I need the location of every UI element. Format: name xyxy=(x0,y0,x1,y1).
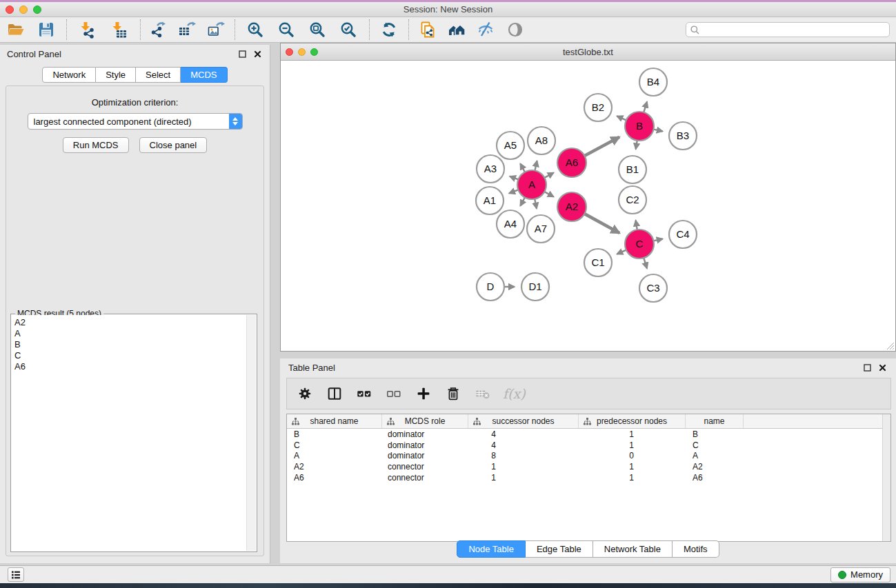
column-header-name[interactable]: name xyxy=(686,414,744,428)
gear-icon[interactable] xyxy=(295,384,315,403)
graph-edge[interactable] xyxy=(584,214,619,233)
graph-edge[interactable] xyxy=(520,197,525,205)
search-input[interactable] xyxy=(700,23,889,36)
table-row[interactable]: Adominator80A xyxy=(287,450,890,461)
close-panel-button[interactable]: Close panel xyxy=(139,137,208,153)
import-table-icon[interactable] xyxy=(108,19,129,40)
mcds-panel: Optimization criterion: largest connecte… xyxy=(6,85,264,556)
select-all-icon[interactable] xyxy=(355,384,374,403)
resize-grip-icon[interactable] xyxy=(885,341,895,350)
table-row[interactable]: A2connector11A2 xyxy=(287,461,890,472)
table-cell: 1 xyxy=(468,462,579,472)
search-field xyxy=(686,22,890,37)
graph-node-label: A6 xyxy=(566,156,578,168)
close-panel-icon[interactable] xyxy=(877,363,888,374)
open-folder-icon[interactable] xyxy=(6,19,26,40)
graph-edge[interactable] xyxy=(544,172,553,177)
graph-edge[interactable] xyxy=(535,199,537,209)
graph-edge[interactable] xyxy=(520,163,525,172)
result-item[interactable]: A xyxy=(14,328,246,339)
float-panel-icon[interactable] xyxy=(862,363,873,374)
graph-node-label: C xyxy=(636,238,644,250)
column-header-predecessor-nodes[interactable]: predecessor nodes xyxy=(579,414,686,428)
graph-edge[interactable] xyxy=(617,250,626,254)
import-network-icon[interactable] xyxy=(77,19,97,40)
table-row[interactable]: Bdominator41B xyxy=(287,429,890,440)
zoom-in-icon[interactable] xyxy=(245,19,266,40)
tab-style[interactable]: Style xyxy=(96,67,136,83)
columns-icon[interactable] xyxy=(325,384,344,403)
result-item[interactable]: C xyxy=(14,350,246,361)
main-toolbar xyxy=(0,17,896,43)
column-header-successor-nodes[interactable]: successor nodes xyxy=(468,414,579,428)
table-scrollbar[interactable] xyxy=(882,414,890,541)
table-cell: A xyxy=(287,451,382,460)
graph-edge[interactable] xyxy=(584,137,619,156)
add-icon[interactable] xyxy=(414,384,433,403)
hide-icon[interactable] xyxy=(475,19,496,40)
mcds-result-box: MCDS result (5 nodes) A2ABCA6 xyxy=(10,314,257,552)
column-header-MCDS-role[interactable]: MCDS role xyxy=(382,414,468,428)
graph-edge[interactable] xyxy=(617,116,626,120)
zoom-out-icon[interactable] xyxy=(276,19,297,40)
close-panel-icon[interactable] xyxy=(252,48,263,59)
eye-icon[interactable] xyxy=(505,19,526,40)
table-cell: 1 xyxy=(579,440,686,450)
memory-button[interactable]: Memory xyxy=(830,567,890,582)
tab-edge-table[interactable]: Edge Table xyxy=(526,540,593,558)
toolbar-separator xyxy=(235,19,235,40)
clear-selection-icon[interactable] xyxy=(384,384,404,403)
refresh-icon[interactable] xyxy=(379,19,399,40)
graph-edge[interactable] xyxy=(644,102,647,112)
tab-network[interactable]: Network xyxy=(42,67,96,83)
table-row[interactable]: Cdominator41C xyxy=(287,440,890,451)
graph-node-label: C2 xyxy=(626,194,639,205)
table-row[interactable]: A6connector11A6 xyxy=(287,472,890,483)
float-panel-icon[interactable] xyxy=(237,48,248,59)
result-item[interactable]: A6 xyxy=(14,361,246,372)
result-item[interactable]: A2 xyxy=(14,317,246,328)
houses-icon[interactable] xyxy=(446,19,467,40)
graph-node-label: C4 xyxy=(676,228,689,240)
graph-edge[interactable] xyxy=(636,141,637,150)
result-item[interactable]: B xyxy=(14,339,246,350)
column-header-shared-name[interactable]: shared name xyxy=(287,414,382,428)
graph-edge[interactable] xyxy=(636,221,637,230)
zoom-fit-icon[interactable] xyxy=(307,19,328,40)
graph-edge[interactable] xyxy=(510,176,518,180)
tab-mcds[interactable]: MCDS xyxy=(181,67,227,83)
app-window: Session: New Session xyxy=(0,0,896,588)
table-cell: B xyxy=(287,429,382,439)
graph-node-label: A3 xyxy=(484,163,497,174)
export-network-icon[interactable] xyxy=(148,19,168,40)
network-view-window: testGlobe.txt B4B2BB3A8A5A6B1A3AA1C2A2A4… xyxy=(280,43,896,352)
tab-network-table[interactable]: Network Table xyxy=(593,540,673,558)
graph-edge[interactable] xyxy=(644,258,647,268)
function-builder-icon[interactable]: f(x) xyxy=(503,386,526,401)
tab-node-table[interactable]: Node Table xyxy=(457,540,526,558)
table-cell: 1 xyxy=(468,473,579,483)
graph-edge[interactable] xyxy=(544,192,553,196)
result-scrollbar[interactable] xyxy=(246,315,256,551)
export-image-icon[interactable] xyxy=(206,19,226,40)
tab-motifs[interactable]: Motifs xyxy=(673,540,719,558)
task-history-button[interactable] xyxy=(8,567,24,582)
save-icon[interactable] xyxy=(36,19,57,40)
criterion-dropdown[interactable]: largest connected component (directed) xyxy=(28,113,243,130)
graph-node-label: A8 xyxy=(535,134,548,146)
zoom-selected-icon[interactable] xyxy=(338,19,359,40)
tab-select[interactable]: Select xyxy=(136,67,181,83)
graph-edge[interactable] xyxy=(653,239,662,241)
mcds-result-list[interactable]: A2ABCA6 xyxy=(12,315,246,551)
network-canvas[interactable]: B4B2BB3A8A5A6B1A3AA1C2A2A4A7C4CC1C3DD1 xyxy=(281,61,895,351)
graph-edge[interactable] xyxy=(535,161,537,170)
new-network-from-selection-icon[interactable] xyxy=(417,19,438,40)
graph-edge[interactable] xyxy=(653,130,662,132)
delete-table-icon[interactable] xyxy=(473,384,492,403)
run-mcds-button[interactable]: Run MCDS xyxy=(63,137,129,153)
memory-status-icon xyxy=(838,571,846,579)
dropdown-stepper-icon xyxy=(229,114,242,129)
graph-edge[interactable] xyxy=(509,190,518,193)
delete-icon[interactable] xyxy=(444,384,463,403)
export-table-icon[interactable] xyxy=(177,19,197,40)
